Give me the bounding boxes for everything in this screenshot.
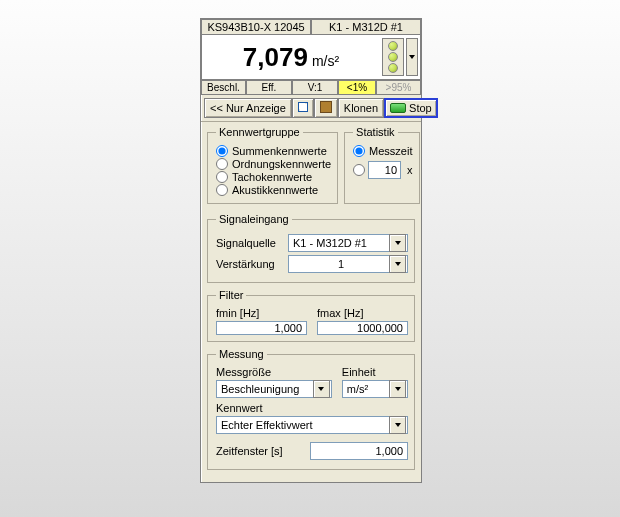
radio-count[interactable] (353, 164, 365, 176)
chevron-down-icon (409, 55, 415, 59)
zeitfenster-label: Zeitfenster [s] (216, 445, 306, 457)
led-dropdown-button[interactable] (406, 38, 418, 76)
radio-input[interactable] (216, 184, 228, 196)
status-led-icon (388, 63, 398, 73)
radio-label: Messzeit (369, 145, 412, 157)
header-row: KS943B10-X 12045 K1 - M312D #1 (201, 19, 421, 35)
dropdown-text: Echter Effektivwert (219, 419, 389, 431)
radio-label: Tachokennwerte (232, 171, 312, 183)
dropdown-text: Beschleunigung (219, 383, 313, 395)
dropdown-text: 1 (291, 258, 389, 270)
radio-input[interactable] (216, 171, 228, 183)
fmax-input[interactable]: 1000,000 (317, 321, 408, 335)
led-stack (382, 38, 404, 76)
status-v[interactable]: V:1 (292, 80, 338, 95)
radio-input[interactable] (353, 145, 365, 157)
radio-input[interactable] (216, 145, 228, 157)
radio-label: Akustikkennwerte (232, 184, 318, 196)
kennwertgruppe-group: Kennwertgruppe Summenkennwerte Ordnungsk… (207, 126, 338, 204)
dropdown-button[interactable] (313, 380, 330, 398)
stat-count-input[interactable]: 10 (368, 161, 401, 179)
signalquelle-dropdown[interactable]: K1 - M312D #1 (288, 234, 408, 252)
messung-group: Messung Messgröße Beschleunigung Einheit… (207, 348, 415, 470)
stop-label: Stop (409, 102, 432, 114)
kennwertgruppe-legend: Kennwertgruppe (216, 126, 303, 138)
chevron-down-icon (395, 241, 401, 245)
radio-messzeit[interactable]: Messzeit (353, 145, 413, 157)
verstaerkung-label: Verstärkung (216, 258, 284, 270)
radio-label: Ordnungskennwerte (232, 158, 331, 170)
status-mode[interactable]: Eff. (246, 80, 292, 95)
filter-group: Filter fmin [Hz] 1,000 fmax [Hz] 1000,00… (207, 289, 415, 342)
status-led-icon (388, 41, 398, 51)
readout-unit: m/s² (312, 53, 339, 69)
stat-x-label: x (407, 164, 413, 176)
readout-display: 7,079m/s² (201, 35, 421, 80)
chevron-down-icon (318, 387, 324, 391)
paste-button[interactable] (314, 98, 338, 118)
dropdown-text: m/s² (345, 383, 389, 395)
kennwert-label: Kennwert (216, 402, 262, 414)
radio-summenkennwerte[interactable]: Summenkennwerte (216, 145, 331, 157)
status-pct-low[interactable]: <1% (338, 80, 376, 95)
clone-button[interactable]: Klonen (338, 98, 384, 118)
fmin-input[interactable]: 1,000 (216, 321, 307, 335)
signalquelle-label: Signalquelle (216, 237, 284, 249)
chevron-down-icon (395, 423, 401, 427)
toolbar: << Nur Anzeige Klonen Stop (201, 95, 421, 122)
header-channel: K1 - M312D #1 (311, 19, 421, 35)
statistik-legend: Statistik (353, 126, 398, 138)
chevron-down-icon (395, 262, 401, 266)
radio-input[interactable] (216, 158, 228, 170)
fmax-label: fmax [Hz] (317, 307, 408, 319)
verstaerkung-dropdown[interactable]: 1 (288, 255, 408, 273)
signal-legend: Signaleingang (216, 213, 292, 225)
copy-icon (298, 102, 308, 114)
copy-button[interactable] (292, 98, 314, 118)
dropdown-text: K1 - M312D #1 (291, 237, 389, 249)
radio-input[interactable] (353, 164, 365, 176)
kennwert-dropdown[interactable]: Echter Effektivwert (216, 416, 408, 434)
readout-value: 7,079 (243, 42, 308, 72)
messgroesse-label: Messgröße (216, 366, 332, 378)
status-pct-high: >95% (376, 80, 421, 95)
radio-ordnungskennwerte[interactable]: Ordnungskennwerte (216, 158, 331, 170)
signal-group: Signaleingang Signalquelle K1 - M312D #1… (207, 213, 415, 283)
stop-button[interactable]: Stop (384, 98, 438, 118)
messgroesse-dropdown[interactable]: Beschleunigung (216, 380, 332, 398)
einheit-label: Einheit (342, 366, 408, 378)
fmin-label: fmin [Hz] (216, 307, 307, 319)
filter-legend: Filter (216, 289, 246, 301)
panel-body: Kennwertgruppe Summenkennwerte Ordnungsk… (201, 122, 421, 482)
header-model: KS943B10-X 12045 (201, 19, 311, 35)
dropdown-button[interactable] (389, 255, 406, 273)
radio-akustikkennwerte[interactable]: Akustikkennwerte (216, 184, 331, 196)
chevron-down-icon (395, 387, 401, 391)
paste-icon (320, 101, 332, 115)
status-led-icon (388, 52, 398, 62)
radio-label: Summenkennwerte (232, 145, 327, 157)
zeitfenster-input[interactable]: 1,000 (310, 442, 408, 460)
readout-value-wrap: 7,079m/s² (202, 42, 380, 73)
status-bar: Beschl. Eff. V:1 <1% >95% (201, 80, 421, 95)
status-quantity[interactable]: Beschl. (201, 80, 246, 95)
instrument-panel: KS943B10-X 12045 K1 - M312D #1 7,079m/s²… (200, 18, 422, 483)
stop-led-icon (390, 103, 406, 113)
statistik-group: Statistik Messzeit 10 x (344, 126, 420, 204)
dropdown-button[interactable] (389, 416, 406, 434)
dropdown-button[interactable] (389, 380, 406, 398)
einheit-dropdown[interactable]: m/s² (342, 380, 408, 398)
dropdown-button[interactable] (389, 234, 406, 252)
radio-tachokennwerte[interactable]: Tachokennwerte (216, 171, 331, 183)
messung-legend: Messung (216, 348, 267, 360)
display-only-button[interactable]: << Nur Anzeige (204, 98, 292, 118)
